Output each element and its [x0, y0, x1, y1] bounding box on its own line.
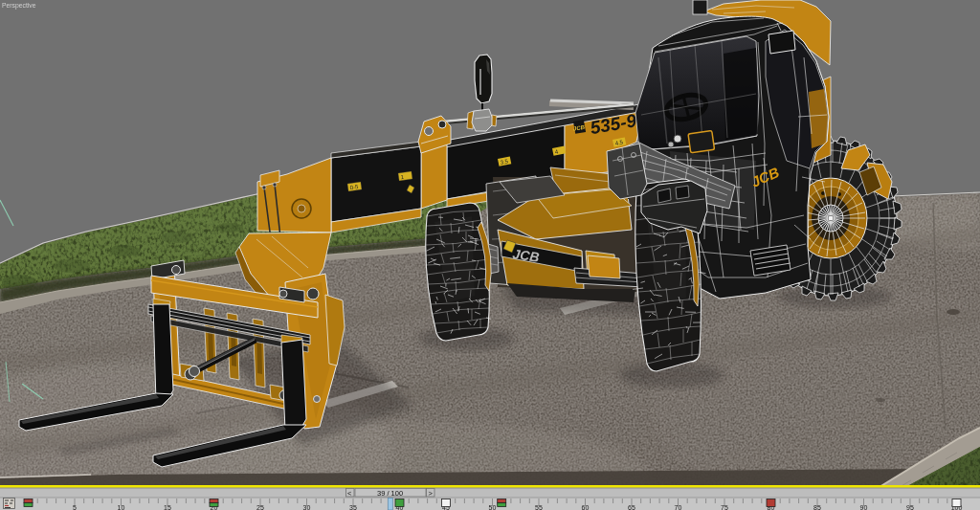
svg-text:5: 5	[73, 504, 77, 510]
svg-text:<: <	[347, 489, 352, 498]
svg-text:35: 35	[349, 504, 357, 510]
svg-text:30: 30	[303, 504, 311, 510]
svg-text:85: 85	[813, 504, 821, 510]
svg-text:70: 70	[675, 504, 682, 510]
svg-text:39 / 100: 39 / 100	[377, 489, 403, 498]
svg-text:55: 55	[535, 504, 543, 510]
svg-text:60: 60	[582, 504, 590, 510]
svg-text:10: 10	[118, 504, 125, 510]
svg-text:25: 25	[256, 504, 264, 510]
svg-text:90: 90	[860, 504, 868, 510]
svg-text:65: 65	[628, 504, 635, 510]
svg-text:75: 75	[721, 504, 728, 510]
svg-text:15: 15	[164, 504, 171, 510]
svg-text:>: >	[429, 489, 434, 498]
svg-text:Perspective: Perspective	[2, 2, 36, 10]
svg-text:95: 95	[906, 504, 914, 510]
svg-text:50: 50	[489, 504, 497, 510]
